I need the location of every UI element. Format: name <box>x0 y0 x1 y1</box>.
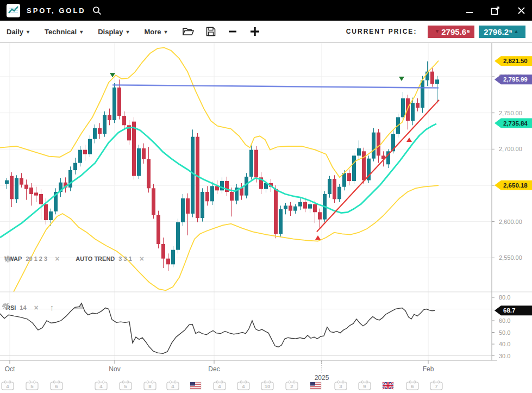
event-icon-calendar[interactable]: 4 <box>2 381 14 390</box>
bid-price-value: 2795.6 <box>441 28 466 36</box>
chart-area[interactable]: 2,800.002,750.002,700.002,650.002,600.00… <box>0 43 532 393</box>
zoom-out-button[interactable] <box>228 27 237 36</box>
gridlines <box>0 43 492 360</box>
event-icon-calendar[interactable]: 4 <box>95 381 107 390</box>
price-badge-label: 2,795.99 <box>503 76 528 83</box>
event-day-number: 4 <box>171 383 174 389</box>
rsi-overbought-fill <box>0 303 435 353</box>
open-folder-icon[interactable] <box>183 27 194 36</box>
event-day-number: 5 <box>30 383 34 389</box>
event-icon-calendar[interactable]: 10 <box>261 381 273 390</box>
event-icon-flag-us[interactable] <box>310 382 321 389</box>
candle-down <box>161 244 165 259</box>
candle-up <box>88 139 92 154</box>
menu-more[interactable]: More▾ <box>144 28 167 36</box>
events-strip: 4564584441023967 <box>2 381 442 390</box>
bid-price-pip: 9 <box>467 29 470 34</box>
svg-text:60.0: 60.0 <box>499 317 510 324</box>
auto-trend-label: AUTO TREND <box>76 255 115 262</box>
candle-up <box>308 204 312 209</box>
minimize-button[interactable] <box>466 7 473 14</box>
zoom-in-button[interactable] <box>249 26 260 37</box>
candles-layer[interactable] <box>5 61 439 271</box>
save-icon[interactable] <box>206 27 216 36</box>
event-icon-calendar[interactable]: 5 <box>120 381 132 390</box>
candle-down <box>98 128 102 134</box>
candle-up <box>201 192 204 218</box>
candle-down <box>157 215 160 244</box>
candle-up <box>5 180 9 184</box>
candle-down <box>347 173 351 181</box>
candle-up <box>279 209 283 234</box>
event-day-number: 10 <box>265 383 271 389</box>
menu-display[interactable]: Display▾ <box>98 28 129 36</box>
move-pane-up-icon[interactable]: ↑ <box>50 303 54 312</box>
candle-down <box>147 159 151 188</box>
event-icon-calendar[interactable]: 3 <box>335 381 347 390</box>
candle-down <box>24 185 28 189</box>
time-axis: OctNovDec2025Feb <box>5 360 434 382</box>
event-day-number: 5 <box>124 383 127 389</box>
candle-up <box>421 80 424 108</box>
price-badge-label: 2,650.18 <box>503 182 528 189</box>
event-icon-calendar[interactable]: 4 <box>214 381 226 390</box>
event-icon-calendar[interactable]: 2 <box>286 381 298 390</box>
candle-up <box>372 133 375 159</box>
resistance-trendline <box>112 85 439 88</box>
search-icon[interactable] <box>92 6 102 15</box>
event-icon-flag-us[interactable] <box>190 382 201 389</box>
vwap-remove-icon[interactable]: × <box>55 256 59 261</box>
svg-text:40.0: 40.0 <box>499 341 510 347</box>
popout-button[interactable] <box>491 6 500 15</box>
auto-trend-remove-icon[interactable]: × <box>140 256 144 261</box>
svg-text:30.0: 30.0 <box>499 353 510 359</box>
event-icon-calendar[interactable]: 9 <box>359 381 371 390</box>
menu-daily[interactable]: Daily▾ <box>7 28 29 36</box>
candle-up <box>137 148 141 176</box>
event-day-number: 6 <box>55 383 58 389</box>
trading-app-window: SPOT, GOLD Daily▾ <box>0 0 532 393</box>
chart-canvas[interactable]: 2,800.002,750.002,700.002,650.002,600.00… <box>0 43 532 393</box>
event-icon-calendar[interactable]: 8 <box>144 381 156 390</box>
candle-down <box>377 133 380 156</box>
svg-text:80.0: 80.0 <box>499 294 510 301</box>
candle-down <box>83 150 87 154</box>
auto-trend-trendline <box>317 100 439 232</box>
month-label: Dec <box>208 365 220 373</box>
vwap-params: 20 1 2 3 <box>26 255 47 262</box>
event-icon-calendar[interactable]: 6 <box>406 381 418 390</box>
svg-text:50.0: 50.0 <box>499 329 510 336</box>
ask-price-pip: 9 <box>509 29 512 34</box>
pane-frame <box>0 43 532 360</box>
ask-price-button[interactable]: 2796.29 ▲ <box>479 26 525 38</box>
bollinger-lower-line <box>14 185 439 292</box>
event-icon-calendar[interactable]: 5 <box>26 381 38 390</box>
candle-up <box>78 150 82 163</box>
candle-down <box>132 122 136 176</box>
candle-up <box>293 207 297 211</box>
event-icon-calendar[interactable]: 6 <box>51 381 62 390</box>
rsi-params: 14 <box>20 304 26 311</box>
bid-price-button[interactable]: ▼ 2795.69 <box>428 26 474 38</box>
swing-low-marker <box>406 138 412 142</box>
price-badge-label: 2,821.50 <box>503 58 528 64</box>
candle-down <box>34 192 38 195</box>
chevron-down-icon: ▾ <box>80 29 83 35</box>
rsi-pane[interactable] <box>0 303 435 353</box>
candle-up <box>337 187 341 199</box>
ask-price-value: 2796.2 <box>484 28 509 36</box>
event-icon-flag-uk[interactable] <box>383 382 393 389</box>
rsi-remove-icon[interactable]: × <box>34 305 39 310</box>
event-icon-calendar[interactable]: 7 <box>430 381 442 390</box>
svg-text:2,700.00: 2,700.00 <box>499 146 522 152</box>
candle-up <box>435 79 439 84</box>
event-day-number: 4 <box>218 383 221 389</box>
close-icon[interactable] <box>517 7 525 15</box>
candle-up <box>210 186 214 201</box>
event-icon-calendar[interactable]: 4 <box>237 381 249 390</box>
event-icon-calendar[interactable]: 4 <box>167 381 179 390</box>
event-day-number: 4 <box>6 383 9 389</box>
menu-technical[interactable]: Technical▾ <box>45 28 83 36</box>
swing-low-marker <box>315 235 321 240</box>
candle-up <box>191 137 195 214</box>
